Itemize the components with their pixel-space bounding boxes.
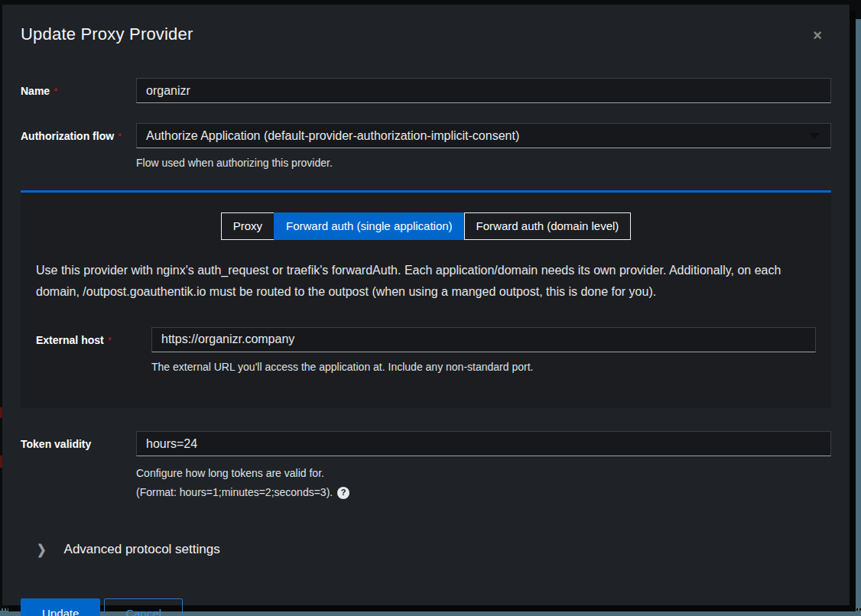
authorization-flow-select[interactable]: Authorize Application (default-provider-… — [136, 123, 831, 148]
mode-description: Use this provider with nginx's auth_requ… — [36, 260, 816, 303]
token-validity-help-line1: Configure how long tokens are valid for. — [136, 464, 831, 483]
update-proxy-provider-modal: Update Proxy Provider × Name* Authorizat… — [2, 5, 850, 605]
token-validity-row: Token validity Configure how long tokens… — [21, 431, 831, 502]
cancel-button[interactable]: Cancel — [104, 598, 183, 616]
name-field-row: Name* — [21, 78, 831, 103]
close-button[interactable]: × — [813, 24, 831, 43]
authorization-flow-row: Authorization flow* Authorize Applicatio… — [21, 123, 831, 170]
tab-forward-auth-domain-level[interactable]: Forward auth (domain level) — [464, 212, 632, 240]
proxy-mode-card: Proxy Forward auth (single application) … — [21, 190, 831, 408]
update-button[interactable]: Update — [21, 598, 100, 616]
tab-forward-auth-single-application[interactable]: Forward auth (single application) — [274, 212, 465, 240]
token-validity-control: Configure how long tokens are valid for.… — [136, 431, 831, 502]
external-host-input[interactable] — [151, 327, 816, 352]
external-host-control: The external URL you'll access the appli… — [151, 327, 816, 374]
external-host-row: External host* The external URL you'll a… — [36, 327, 816, 374]
authorization-flow-selected-value: Authorize Application (default-provider-… — [146, 129, 519, 143]
name-label: Name* — [21, 78, 136, 97]
screen: Update Proxy Provider × Name* Authorizat… — [0, 0, 861, 616]
chevron-down-icon — [809, 133, 820, 139]
authorization-flow-label: Authorization flow* — [21, 123, 136, 142]
modal-body: Name* Authorization flow* Authorize Appl… — [2, 78, 850, 557]
proxy-mode-toggle-group: Proxy Forward auth (single application) … — [36, 212, 816, 240]
modal-title: Update Proxy Provider — [21, 24, 193, 44]
authorization-flow-help: Flow used when authorizing this provider… — [136, 155, 831, 170]
modal-header: Update Proxy Provider × — [2, 5, 850, 44]
chevron-right-icon: ❯ — [37, 542, 47, 558]
external-host-label: External host* — [36, 327, 151, 346]
page-background-edge-right — [856, 19, 861, 616]
required-asterisk: * — [108, 335, 112, 346]
advanced-protocol-settings-label: Advanced protocol settings — [64, 542, 220, 557]
authorization-flow-control: Authorize Application (default-provider-… — [136, 123, 831, 170]
help-question-icon[interactable]: ? — [337, 487, 349, 499]
modal-footer: Update Cancel — [21, 598, 850, 616]
advanced-protocol-settings-toggle[interactable]: ❯ Advanced protocol settings — [21, 542, 831, 557]
token-validity-help: Configure how long tokens are valid for.… — [136, 464, 831, 502]
close-icon: × — [813, 27, 822, 44]
name-input[interactable] — [136, 78, 831, 103]
token-validity-input[interactable] — [136, 431, 831, 456]
required-asterisk: * — [54, 86, 57, 97]
required-asterisk: * — [118, 131, 122, 142]
token-validity-help-line2: (Format: hours=1;minutes=2;seconds=3). ? — [136, 483, 831, 502]
token-validity-label: Token validity — [21, 431, 136, 450]
external-host-help: The external URL you'll access the appli… — [151, 359, 816, 374]
tab-proxy[interactable]: Proxy — [221, 212, 275, 240]
